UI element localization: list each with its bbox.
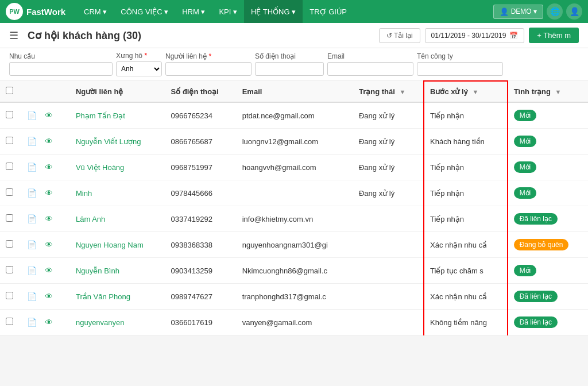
th-trang-thai[interactable]: Trạng thái ▼: [353, 81, 424, 102]
status-badge: Mới: [514, 187, 537, 199]
so-dien-thoai-input[interactable]: [255, 62, 324, 76]
email-input[interactable]: [327, 62, 413, 76]
th-buoc-xu-ly[interactable]: Bước xử lý ▼: [424, 81, 508, 102]
row-actions: 📄 👁: [19, 284, 70, 310]
doc-icon[interactable]: 📄: [25, 212, 38, 226]
ten-cong-ty-input[interactable]: [417, 62, 503, 76]
contact-name-link[interactable]: Nguyen Hoang Nam: [76, 241, 144, 249]
row-checkbox[interactable]: [6, 214, 13, 222]
avatar-button[interactable]: 👤: [566, 3, 582, 20]
xung-ho-select[interactable]: Anh Chị Ông Bà: [116, 61, 162, 76]
so-dien-thoai-label: Số điện thoại: [255, 52, 324, 60]
eye-icon[interactable]: 👁: [42, 238, 56, 252]
contact-name-link[interactable]: Phạm Tấn Đạt: [76, 111, 125, 120]
eye-icon[interactable]: 👁: [42, 290, 56, 303]
row-phone: 0337419292: [165, 206, 237, 232]
filter-xung-ho: Xưng hô * Anh Chị Ông Bà: [116, 52, 162, 76]
row-checkbox-cell: [0, 232, 19, 258]
table-row: 📄 👁 Vũ Việt Hoàng 0968751997 hoangvvh@gm…: [0, 155, 588, 180]
globe-button[interactable]: 🌐: [547, 3, 563, 20]
row-tinh-trang: Mới: [508, 258, 588, 284]
filter-so-dien-thoai: Số điện thoại: [255, 52, 324, 76]
eye-icon[interactable]: 👁: [42, 160, 56, 174]
row-buoc-xu-ly: Tiếp nhận: [424, 206, 508, 232]
doc-icon[interactable]: 📄: [25, 290, 38, 303]
status-badge: Mới: [514, 265, 537, 276]
eye-icon[interactable]: 👁: [42, 109, 56, 122]
row-checkbox[interactable]: [6, 188, 13, 196]
row-tinh-trang: Đã liên lạc: [508, 206, 588, 232]
add-button[interactable]: + Thêm m: [529, 28, 579, 43]
brand-name: FastWork: [26, 7, 65, 17]
contact-name-link[interactable]: Vũ Việt Hoàng: [76, 163, 124, 172]
table-row: 📄 👁 Minh 0978445666 Đang xử lý Tiếp nhận…: [0, 180, 588, 206]
nav-crm[interactable]: CRM ▾: [77, 0, 114, 23]
data-table: Người liên hệ Số điện thoại Email Trạng …: [0, 80, 588, 335]
eye-icon[interactable]: 👁: [42, 212, 56, 226]
row-tinh-trang: Đã liên lạc: [508, 310, 588, 335]
contact-name-link[interactable]: Minh: [76, 189, 92, 198]
eye-icon[interactable]: 👁: [42, 134, 56, 148]
row-buoc-xu-ly: Xác nhận nhu cầ: [424, 232, 508, 258]
row-checkbox-cell: [0, 284, 19, 310]
eye-icon[interactable]: 👁: [42, 315, 56, 329]
doc-icon[interactable]: 📄: [25, 109, 38, 122]
row-phone: 0989747627: [165, 284, 237, 310]
row-checkbox[interactable]: [6, 266, 13, 273]
filter-row: Nhu cầu Xưng hô * Anh Chị Ông Bà Người l…: [0, 48, 588, 80]
row-checkbox[interactable]: [6, 240, 13, 248]
nav-kpi[interactable]: KPI ▾: [212, 0, 244, 23]
date-range[interactable]: 01/11/2019 - 30/11/2019 📅: [425, 28, 525, 43]
doc-icon[interactable]: 📄: [25, 186, 38, 200]
row-phone: 0966765234: [165, 102, 237, 129]
row-tinh-trang: Mới: [508, 155, 588, 180]
email-label: Email: [327, 52, 413, 60]
xung-ho-required: *: [144, 52, 147, 60]
page-title: Cơ hội khách hàng (30): [28, 29, 141, 42]
nav-tro-giup[interactable]: TRỢ GIÚP: [303, 0, 354, 23]
row-phone: 0366017619: [165, 310, 237, 335]
row-actions: 📄 👁: [19, 310, 70, 335]
row-checkbox[interactable]: [6, 318, 13, 325]
doc-icon[interactable]: 📄: [25, 134, 38, 148]
select-all-checkbox[interactable]: [6, 87, 13, 94]
row-trang-thai: [353, 258, 424, 284]
demo-button[interactable]: 👤 DEMO ▾: [493, 5, 543, 19]
doc-icon[interactable]: 📄: [25, 238, 38, 252]
nhu-cau-input[interactable]: [9, 62, 113, 76]
filter-ten-cong-ty: Tên công ty: [417, 52, 503, 76]
logo-area[interactable]: PW FastWork: [6, 3, 65, 20]
nguoi-lien-he-input[interactable]: [165, 62, 252, 76]
contact-name-link[interactable]: Trần Văn Phong: [76, 292, 130, 301]
row-actions: 📄 👁: [19, 232, 70, 258]
doc-icon[interactable]: 📄: [25, 160, 38, 174]
doc-icon[interactable]: 📄: [25, 315, 38, 329]
th-nguoi-lien-he: Người liên hệ: [70, 81, 165, 102]
filter-nguoi-lien-he: Người liên hệ *: [165, 52, 252, 76]
contact-name-link[interactable]: Nguyễn Viết Lượng: [76, 137, 141, 146]
table-header-row: Người liên hệ Số điện thoại Email Trạng …: [0, 81, 588, 102]
row-phone: 0866765687: [165, 129, 237, 155]
row-checkbox[interactable]: [6, 137, 13, 144]
contact-name-link[interactable]: Nguyễn Bình: [76, 267, 119, 275]
row-name: Minh: [70, 180, 165, 206]
contact-name-link[interactable]: nguyenvanyen: [76, 318, 125, 327]
nav-hrm[interactable]: HRM ▾: [175, 0, 212, 23]
contact-name-link[interactable]: Lâm Anh: [76, 215, 105, 223]
doc-icon[interactable]: 📄: [25, 264, 38, 277]
nav-he-thong[interactable]: HỆ THỐNG ▾: [244, 0, 303, 23]
th-tinh-trang[interactable]: Tình trạng ▼: [508, 81, 588, 102]
row-checkbox[interactable]: [6, 292, 13, 299]
eye-icon[interactable]: 👁: [42, 186, 56, 200]
nguoi-lien-he-required: *: [208, 52, 211, 60]
row-checkbox[interactable]: [6, 163, 13, 170]
row-phone: 0938368338: [165, 232, 237, 258]
refresh-button[interactable]: ↺ Tải lại: [379, 28, 420, 43]
hamburger-menu[interactable]: ☰: [9, 29, 18, 42]
row-checkbox[interactable]: [6, 111, 13, 118]
row-trang-thai: Đang xử lý: [353, 102, 424, 129]
row-email: Nkimcuonghn86@gmail.c: [237, 258, 353, 284]
eye-icon[interactable]: 👁: [42, 264, 56, 277]
row-trang-thai: Đang xử lý: [353, 129, 424, 155]
nav-cong-viec[interactable]: CÔNG VIỆC ▾: [114, 0, 175, 23]
